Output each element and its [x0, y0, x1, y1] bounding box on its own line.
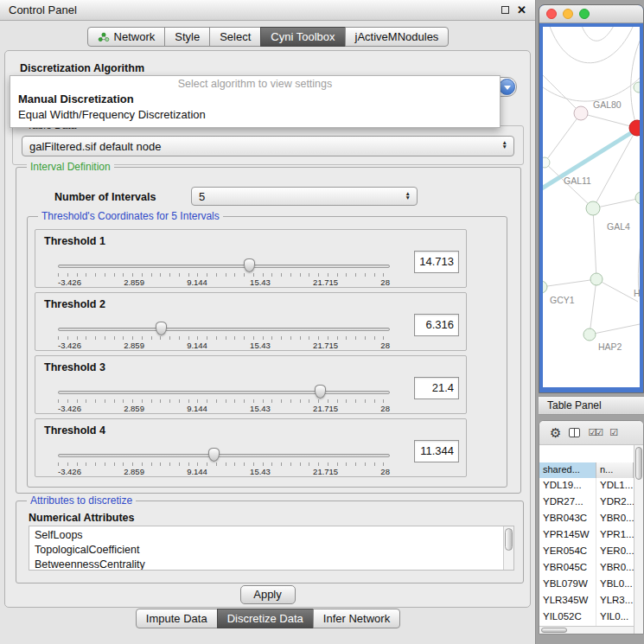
network-edge[interactable]: [581, 113, 637, 128]
table-cell-shared-name[interactable]: YER054C: [539, 544, 596, 560]
scrollbar-thumb[interactable]: [541, 628, 567, 633]
table-horizontal-scrollbar[interactable]: [539, 626, 634, 634]
table-row[interactable]: YDL19... YDL1...: [539, 478, 634, 494]
network-node[interactable]: [543, 157, 550, 168]
network-node[interactable]: [583, 328, 596, 341]
traffic-zoom-icon[interactable]: [579, 9, 590, 19]
table-cell-name[interactable]: YDR2...: [596, 494, 634, 511]
dropdown-option-manual-discretization[interactable]: Manual Discretization: [10, 92, 500, 107]
tab-jactivemnodules[interactable]: jActiveMNodules: [345, 27, 450, 47]
table-cell-shared-name[interactable]: YPR145W: [539, 527, 596, 544]
attribute-list-item[interactable]: SelfLoops: [29, 528, 513, 543]
number-of-intervals-combobox[interactable]: 5 ▲▼: [191, 187, 418, 206]
network-edge[interactable]: [590, 279, 596, 335]
tab-infer-network[interactable]: Infer Network: [313, 609, 400, 628]
edit-check-icon[interactable]: ☑: [609, 427, 618, 438]
network-edge[interactable]: [638, 198, 640, 296]
network-node[interactable]: [543, 281, 547, 293]
gear-icon[interactable]: ⚙: [550, 426, 561, 439]
attributes-scrollbar[interactable]: [503, 526, 513, 570]
network-edge[interactable]: [545, 113, 581, 163]
close-icon[interactable]: ✕: [517, 4, 526, 16]
columns-icon[interactable]: [569, 428, 580, 437]
table-data-combobox[interactable]: galFiltered.sif default node ▲▼: [22, 136, 514, 156]
network-edge[interactable]: [593, 208, 596, 279]
table-row[interactable]: YDR27... YDR2...: [539, 494, 634, 511]
table-cell-shared-name[interactable]: YDR27...: [539, 494, 596, 511]
tab-cyni-toolbox[interactable]: Cyni Toolbox: [260, 27, 345, 47]
apply-button[interactable]: Apply: [240, 585, 296, 604]
threshold-slider[interactable]: -3.4262.8599.14415.4321.71528: [58, 450, 390, 476]
tab-discretize-data[interactable]: Discretize Data: [217, 609, 314, 628]
table-cell-name[interactable]: YDL1...: [596, 478, 634, 494]
table-row[interactable]: YBR043C YBR0...: [539, 511, 634, 527]
table-cell-name[interactable]: YPR1...: [596, 527, 634, 544]
slider-thumb[interactable]: [244, 258, 255, 272]
network-edge[interactable]: [590, 324, 640, 335]
table-cell-name[interactable]: YBR0...: [596, 560, 634, 577]
table-cell-shared-name[interactable]: YIL052C: [539, 609, 596, 626]
network-edge[interactable]: [543, 279, 596, 287]
threshold-value-field[interactable]: 11.344: [414, 440, 459, 462]
threshold-slider[interactable]: -3.4262.8599.14415.4321.71528: [58, 387, 390, 413]
table-row[interactable]: YBL079W YBL0...: [539, 577, 634, 593]
table-cell-name[interactable]: YIL0...: [596, 609, 634, 626]
combobox-arrow-icon[interactable]: [499, 79, 515, 95]
table-row[interactable]: YLR345W YLR3...: [539, 593, 634, 609]
table-cell-shared-name[interactable]: YBL079W: [539, 577, 596, 593]
threshold-slider[interactable]: -3.4262.8599.14415.4321.71528: [58, 261, 390, 287]
traffic-close-icon[interactable]: [546, 9, 557, 19]
threshold-value-field[interactable]: 6.316: [414, 314, 459, 336]
tab-style[interactable]: Style: [164, 27, 210, 47]
network-edge[interactable]: [543, 74, 640, 101]
table-cell-shared-name[interactable]: YLR345W: [539, 593, 596, 609]
traffic-minimize-icon[interactable]: [563, 9, 573, 19]
slider-track[interactable]: [58, 391, 390, 394]
scrollbar-thumb[interactable]: [635, 447, 642, 480]
tab-network[interactable]: Network: [87, 27, 166, 47]
table-cell-name[interactable]: YBR0...: [596, 511, 634, 527]
network-node[interactable]: [635, 192, 640, 204]
table-vertical-scrollbar[interactable]: [634, 445, 643, 634]
table-cell-name[interactable]: YLR3...: [596, 593, 634, 609]
network-node[interactable]: [634, 82, 640, 92]
attribute-list-item[interactable]: TopologicalCoefficient: [29, 543, 513, 558]
select-all-checks-icon[interactable]: ☑☑: [588, 427, 602, 438]
tab-select[interactable]: Select: [209, 27, 261, 47]
column-header-name[interactable]: n...: [596, 462, 634, 478]
scrollbar-thumb[interactable]: [505, 528, 513, 551]
slider-track[interactable]: [58, 328, 390, 331]
slider-thumb[interactable]: [315, 385, 326, 399]
network-edge[interactable]: [593, 128, 637, 208]
table-cell-name[interactable]: YER0...: [596, 544, 634, 560]
table-row[interactable]: YBR045C YBR0...: [539, 560, 634, 577]
threshold-value-field[interactable]: 14.713: [414, 251, 459, 273]
tick-label: 9.144: [187, 277, 207, 287]
table-row[interactable]: YPR145W YPR1...: [539, 527, 634, 544]
table-cell-shared-name[interactable]: YBR043C: [539, 511, 596, 527]
table-row[interactable]: YIL052C YIL0...: [539, 609, 634, 626]
network-edge[interactable]: [596, 279, 638, 302]
table-cell-shared-name[interactable]: YBR045C: [539, 560, 596, 577]
network-canvas[interactable]: GAL80GAL11GAL4GCY1HAP2H: [543, 27, 640, 387]
table-row[interactable]: YER054C YER0...: [539, 544, 634, 560]
tab-impute-data[interactable]: Impute Data: [136, 609, 218, 628]
network-node[interactable]: [590, 273, 603, 285]
slider-track[interactable]: [58, 454, 390, 457]
dropdown-option-equal-width-frequency[interactable]: Equal Width/Frequency Discretization: [10, 107, 500, 123]
threshold-value-field[interactable]: 21.4: [414, 377, 459, 399]
column-header-shared-name[interactable]: shared...: [539, 462, 596, 478]
attribute-list-item[interactable]: BetweennessCentrality: [29, 558, 513, 571]
table-cell-name[interactable]: YBL0...: [596, 577, 634, 593]
threshold-slider[interactable]: -3.4262.8599.14415.4321.71528: [58, 324, 390, 350]
network-edge[interactable]: [577, 27, 619, 41]
network-edge[interactable]: [547, 27, 636, 63]
network-node[interactable]: [574, 106, 588, 120]
network-node[interactable]: [586, 201, 600, 215]
slider-thumb[interactable]: [208, 448, 220, 462]
float-window-icon[interactable]: [501, 6, 509, 14]
slider-thumb[interactable]: [156, 322, 167, 335]
slider-track[interactable]: [58, 265, 390, 268]
table-cell-shared-name[interactable]: YDL19...: [539, 478, 596, 494]
numerical-attributes-list[interactable]: SelfLoopsTopologicalCoefficientBetweenne…: [29, 526, 514, 571]
